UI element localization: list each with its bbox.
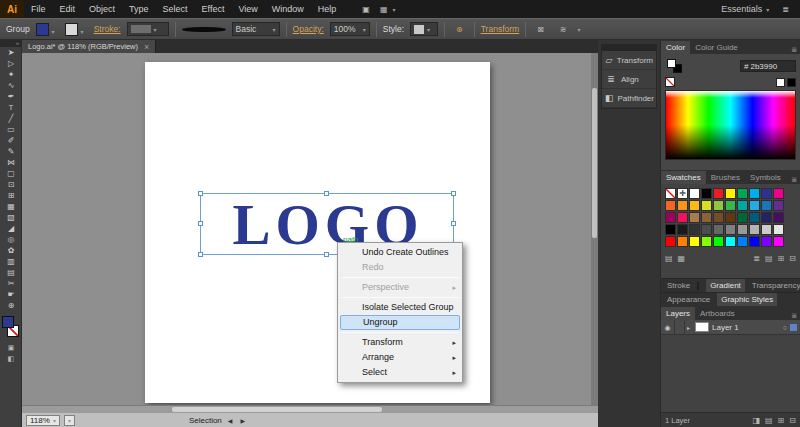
tab-gradient[interactable]: Gradient (706, 279, 745, 292)
tab-graphic-styles[interactable]: Graphic Styles (717, 293, 777, 306)
fill-proxy-mini[interactable] (667, 59, 676, 68)
swatch[interactable] (689, 224, 700, 235)
new-layer-icon[interactable]: ⊞ (778, 416, 785, 425)
swatch[interactable] (761, 200, 772, 211)
color-fill-stroke-proxy[interactable] (665, 58, 685, 74)
select-similar-icon[interactable]: ⊠ (532, 25, 549, 34)
black-swatch[interactable] (787, 78, 796, 87)
vertical-scrollbar[interactable] (591, 53, 598, 405)
artboard-tool[interactable]: ▤ (0, 267, 22, 278)
align-caret-icon[interactable]: ▾ (578, 26, 581, 33)
swatch[interactable] (701, 236, 712, 247)
swatch[interactable] (665, 224, 676, 235)
swatch[interactable] (761, 224, 772, 235)
rectangle-tool[interactable]: ▭ (0, 124, 22, 135)
app-bar-menu-icon[interactable]: ≣ (777, 5, 794, 14)
color-spectrum[interactable] (665, 90, 796, 160)
tab-brushes[interactable]: Brushes (706, 171, 745, 184)
canvas-area[interactable]: LOGO path Undo Create Outlines Redo Pers… (22, 53, 598, 405)
swatch[interactable] (749, 236, 760, 247)
swatch[interactable] (773, 200, 784, 211)
transform-link[interactable]: Transform (481, 24, 519, 34)
layer-selection-indicator[interactable] (790, 324, 797, 331)
selection-handle[interactable] (198, 252, 203, 257)
gradient-tool[interactable]: ▧ (0, 212, 22, 223)
menu-window[interactable]: Window (265, 0, 311, 18)
direct-selection-tool[interactable]: ▷ (0, 58, 22, 69)
horizontal-scrollbar[interactable] (22, 406, 598, 413)
selection-handle[interactable] (198, 191, 203, 196)
stroke-link[interactable]: Stroke: (94, 24, 121, 34)
swatch[interactable] (737, 200, 748, 211)
swatch[interactable] (701, 212, 712, 223)
pencil-tool[interactable]: ✎ (0, 146, 22, 157)
swatch[interactable] (761, 188, 772, 199)
layer-thumbnail[interactable] (695, 322, 709, 332)
context-menu-item-arrange[interactable]: Arrange ▸ (338, 350, 462, 365)
selection-handle[interactable] (198, 221, 203, 226)
mesh-tool[interactable]: ▦ (0, 201, 22, 212)
layer-name[interactable]: Layer 1 (712, 323, 739, 332)
shape-builder-tool[interactable]: ⊡ (0, 179, 22, 190)
zoom-select[interactable]: 118% ▾ (26, 415, 60, 426)
opacity-link[interactable]: Opacity: (293, 24, 324, 34)
context-menu-item-undo-create-outlines[interactable]: Undo Create Outlines (338, 245, 462, 260)
slice-tool[interactable]: ✂ (0, 278, 22, 289)
layer-row[interactable]: ◉ ▸ Layer 1 ○ (661, 320, 800, 335)
lasso-tool[interactable]: ∿ (0, 80, 22, 91)
fill-color-swatch[interactable]: ▾ (36, 23, 49, 36)
tab-color-guide[interactable]: Color Guide (690, 41, 743, 54)
context-menu-item-isolate-selected-group[interactable]: Isolate Selected Group (338, 300, 462, 315)
swatch[interactable] (773, 224, 784, 235)
tab-symbols[interactable]: Symbols (745, 171, 786, 184)
swatch-libraries-icon[interactable]: ▤ (665, 254, 673, 263)
swatch[interactable] (725, 212, 736, 223)
swatch[interactable] (713, 188, 724, 199)
context-menu-item-transform[interactable]: Transform ▸ (338, 335, 462, 350)
swatch[interactable] (737, 236, 748, 247)
status-prev-icon[interactable]: ◀ (226, 417, 235, 424)
swatch[interactable] (725, 200, 736, 211)
swatch[interactable] (749, 224, 760, 235)
draw-modes-button[interactable]: ▣ (0, 342, 22, 353)
swatch[interactable] (725, 236, 736, 247)
menu-effect[interactable]: Effect (195, 0, 232, 18)
menu-object[interactable]: Object (82, 0, 122, 18)
arrange-documents-icon[interactable]: ▦ (375, 5, 393, 14)
swatch[interactable] (773, 236, 784, 247)
fill-stroke-indicator[interactable] (0, 314, 22, 342)
color-panel-menu-icon[interactable]: ≣ (791, 46, 800, 54)
status-next-icon[interactable]: ▶ (238, 417, 247, 424)
tab-appearance[interactable]: Appearance (667, 295, 710, 304)
swatch-options-icon[interactable]: ≣ (753, 254, 760, 263)
swatch[interactable] (701, 224, 712, 235)
menu-type[interactable]: Type (122, 0, 156, 18)
swatch[interactable] (665, 212, 676, 223)
swatch[interactable] (689, 188, 700, 199)
selection-handle[interactable] (324, 252, 329, 257)
stroke-weight-select[interactable]: ▾ (127, 22, 169, 36)
stroke-color-swatch[interactable]: ▾ (65, 23, 78, 36)
swatch[interactable] (773, 188, 784, 199)
swatch[interactable] (749, 212, 760, 223)
menu-select[interactable]: Select (156, 0, 195, 18)
close-tab-icon[interactable]: × (144, 42, 149, 52)
swatches-panel-menu-icon[interactable]: ≣ (791, 176, 800, 184)
swatch[interactable] (713, 236, 724, 247)
white-swatch[interactable] (776, 78, 785, 87)
swatch[interactable] (749, 188, 760, 199)
brush-definition-select[interactable]: Basic ▾ (232, 22, 280, 36)
recolor-artwork-icon[interactable]: ⊛ (451, 25, 468, 34)
lock-toggle-cell[interactable] (675, 320, 685, 335)
magic-wand-tool[interactable]: ✦ (0, 69, 22, 80)
delete-layer-icon[interactable]: ⊟ (789, 416, 796, 425)
swatch[interactable] (713, 200, 724, 211)
pen-tool[interactable]: ✒ (0, 91, 22, 102)
paintbrush-tool[interactable]: ✐ (0, 135, 22, 146)
swatch[interactable] (713, 212, 724, 223)
perspective-grid-tool[interactable]: ⊞ (0, 190, 22, 201)
app-logo[interactable]: Ai (0, 0, 24, 18)
vertical-scrollbar-thumb[interactable] (592, 88, 597, 238)
workspace-switcher[interactable]: Essentials ▾ (721, 4, 769, 14)
swatch[interactable] (665, 200, 676, 211)
